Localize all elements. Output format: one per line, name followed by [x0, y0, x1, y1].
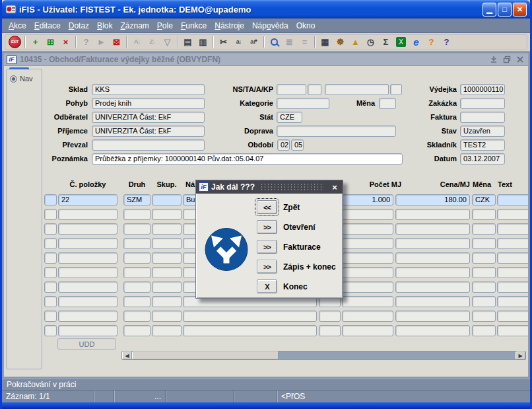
maximize-button[interactable]: □ — [498, 3, 512, 17]
zakazka-field[interactable] — [460, 98, 505, 109]
cell-cena-mj[interactable] — [395, 267, 470, 278]
cell-druh[interactable] — [123, 267, 150, 278]
cell-druh[interactable] — [123, 223, 150, 235]
cell-skup[interactable] — [152, 209, 182, 220]
poznamka-field[interactable]: Průběžka z příjemky: 1000000140 Pův.dat.… — [92, 153, 403, 165]
zapis-konec-button[interactable]: >> — [257, 260, 277, 274]
row-indicator[interactable] — [44, 252, 57, 264]
menu-pole[interactable]: Pole — [153, 20, 177, 32]
enter-query-button[interactable]: ? — [79, 35, 94, 49]
title-bar[interactable]: iFIS - Uživatel: FISTEST - Ek. jednotka:… — [2, 0, 530, 19]
cell-cena-mj[interactable] — [395, 209, 470, 220]
cell-text[interactable] — [497, 296, 528, 307]
cell-cena-mj[interactable] — [395, 252, 470, 264]
datum-field[interactable]: 03.12.2007 — [460, 153, 505, 165]
form-window-titlebar[interactable]: iF 10435 - Obchod/Fakturace výdejky běžn… — [4, 54, 528, 66]
menu-editace[interactable]: Editace — [30, 20, 65, 32]
help-paid-button[interactable]: ? — [424, 35, 439, 49]
stat-field[interactable]: CZE — [277, 112, 302, 123]
obdobi-field-2[interactable]: 05 — [291, 139, 304, 151]
clock-button[interactable]: ◷ — [363, 35, 378, 49]
row-indicator[interactable] — [44, 296, 57, 307]
cell-cena-mj[interactable] — [395, 325, 470, 336]
cell-c-polozky[interactable] — [58, 238, 117, 249]
row-indicator[interactable] — [44, 209, 57, 220]
cell-pocet-mj[interactable] — [342, 223, 393, 235]
cell-mena[interactable]: CZK — [472, 194, 496, 205]
cell-c-polozky[interactable] — [58, 223, 117, 235]
exit-button[interactable]: EXIT — [7, 35, 22, 49]
row-indicator[interactable] — [44, 281, 57, 293]
cell-text[interactable] — [497, 252, 528, 264]
menu-zaznam[interactable]: Záznam — [116, 20, 152, 32]
cell-cena-mj[interactable] — [395, 311, 470, 322]
cell-druh[interactable] — [123, 296, 150, 307]
row-indicator[interactable] — [44, 194, 57, 205]
form-close-button[interactable] — [515, 55, 525, 64]
cell-skup[interactable] — [152, 281, 182, 293]
stav-field[interactable]: Uzavřen — [460, 126, 505, 137]
cell-mena[interactable] — [472, 267, 496, 278]
odberatel-field[interactable]: UNIVERZITA Část: EkF — [92, 112, 205, 123]
cell-text[interactable] — [497, 311, 528, 322]
cell-text[interactable] — [497, 281, 528, 293]
vydejka-field[interactable]: 1000000110 — [460, 84, 505, 95]
form-restore-button[interactable] — [502, 55, 512, 64]
cell-pocet-mj[interactable] — [342, 267, 393, 278]
cell-nazev[interactable] — [183, 311, 317, 322]
prevzal-field[interactable] — [92, 139, 205, 151]
print-list-button[interactable]: ▥ — [195, 35, 211, 49]
cell-mena[interactable] — [472, 296, 496, 307]
cancel-query-button[interactable]: ⊠ — [109, 35, 124, 49]
delete-record-button[interactable]: × — [58, 35, 73, 49]
fakturace-button[interactable]: >> — [257, 240, 277, 254]
cell-mena[interactable] — [472, 238, 496, 249]
horizontal-scrollbar[interactable]: ◀ ▶ — [121, 351, 526, 360]
otevreni-button[interactable]: >> — [257, 220, 277, 234]
cell-cena-mj[interactable] — [395, 296, 470, 307]
duplicate-record-button[interactable]: ⊞ — [43, 35, 58, 49]
menu-akce[interactable]: Akce — [5, 20, 30, 32]
print-button[interactable]: ▤ — [180, 35, 195, 49]
scroll-thumb[interactable] — [132, 352, 279, 359]
cell-text[interactable] — [497, 238, 528, 249]
cell-pocet-mj[interactable] — [342, 281, 393, 293]
dialog-close-button[interactable]: × — [329, 182, 340, 192]
row-indicator[interactable] — [44, 238, 57, 249]
ns-field-1[interactable] — [277, 84, 306, 95]
konec-button[interactable]: X — [257, 279, 277, 293]
kategorie-field[interactable] — [277, 98, 329, 109]
row-indicator[interactable] — [44, 223, 57, 235]
cell-skup[interactable] — [152, 311, 182, 322]
cell-pocet-mj[interactable] — [342, 209, 393, 220]
menu-dotaz[interactable]: Dotaz — [65, 20, 93, 32]
ns-field-3[interactable] — [325, 84, 389, 95]
cell-skup[interactable] — [152, 223, 182, 235]
cell-druh[interactable]: SZM — [123, 194, 150, 205]
cell-druh[interactable] — [123, 209, 150, 220]
zpet-button[interactable]: << — [257, 200, 277, 214]
cell-pocet-mj[interactable] — [342, 296, 393, 307]
cell-druh[interactable] — [123, 325, 150, 336]
cell-text[interactable] — [497, 267, 528, 278]
calendar-button[interactable]: ▦ — [317, 35, 333, 49]
cell-mena[interactable] — [472, 281, 496, 293]
cell-cena-mj[interactable] — [395, 238, 470, 249]
cell-druh[interactable] — [123, 281, 150, 293]
row-indicator[interactable] — [44, 325, 57, 336]
udd-button[interactable]: UDD — [57, 338, 116, 350]
cell-mena[interactable] — [472, 223, 496, 235]
menu-blok[interactable]: Blok — [93, 20, 116, 32]
cell-mena[interactable] — [472, 209, 496, 220]
cell-nazev[interactable] — [183, 325, 317, 336]
list-button[interactable]: ≣ — [282, 35, 297, 49]
cut-button[interactable]: ✂ — [216, 35, 231, 49]
prijemce-field[interactable]: UNIVERZITA Část: EkF — [92, 126, 205, 137]
cell-text[interactable] — [497, 194, 528, 205]
cell-cena-mj[interactable]: 180.00 — [395, 194, 470, 205]
cell-c-polozky[interactable] — [58, 296, 117, 307]
help-button[interactable]: ? — [439, 35, 454, 49]
dialog-titlebar[interactable]: iF Jak dál ??? × — [196, 180, 343, 194]
cell-cena-mj[interactable] — [395, 281, 470, 293]
execute-query-button[interactable]: ► — [94, 35, 109, 49]
